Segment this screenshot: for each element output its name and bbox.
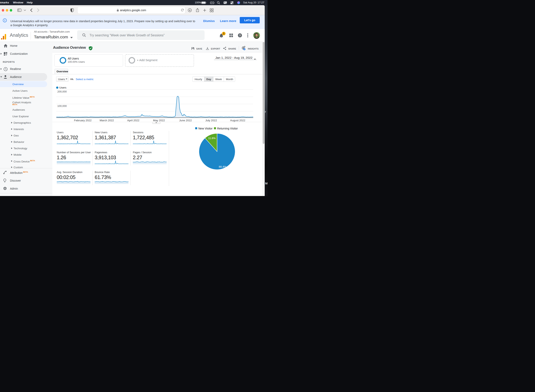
svg-text:?: ? [239,34,241,37]
svg-text:5: 5 [244,48,245,50]
